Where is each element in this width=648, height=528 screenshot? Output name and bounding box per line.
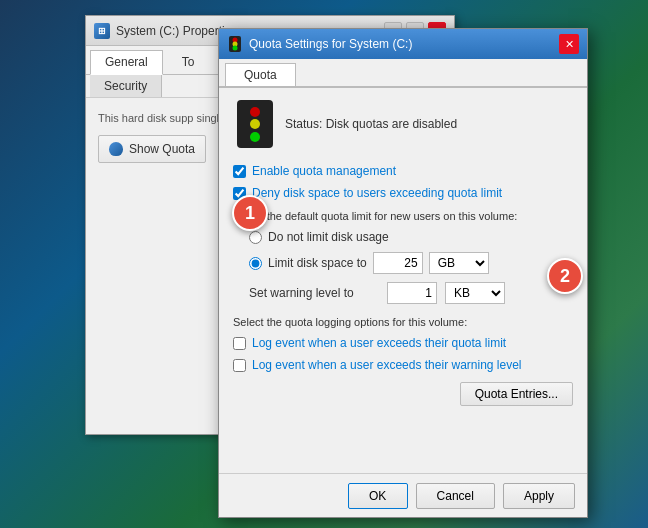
log-section-label: Select the quota logging options for thi… <box>233 316 573 328</box>
system-icon: ⊞ <box>94 23 110 39</box>
status-text: Status: Disk quotas are disabled <box>285 117 457 131</box>
warning-unit-select[interactable]: KB MB GB <box>445 282 505 304</box>
step1-badge: 1 <box>232 195 268 231</box>
no-limit-radio[interactable] <box>249 231 262 244</box>
tab-to[interactable]: To <box>167 50 210 74</box>
deny-disk-label[interactable]: Deny disk space to users exceeding quota… <box>252 186 502 200</box>
enable-quota-row: Enable quota management <box>233 164 573 178</box>
log-warning-row: Log event when a user exceeds their warn… <box>233 358 573 372</box>
ok-button[interactable]: OK <box>348 483 408 509</box>
quota-settings-dialog: Quota Settings for System (C:) ✕ Quota S… <box>218 28 588 518</box>
cancel-button[interactable]: Cancel <box>416 483 495 509</box>
traffic-light-icon <box>237 100 273 148</box>
tab-general[interactable]: General <box>90 50 163 75</box>
step2-badge: 2 <box>547 258 583 294</box>
limit-row: Limit disk space to GB MB KB TB <box>249 252 573 274</box>
log-warning-checkbox[interactable] <box>233 359 246 372</box>
status-row: Status: Disk quotas are disabled <box>233 100 573 148</box>
no-limit-label[interactable]: Do not limit disk usage <box>268 230 389 244</box>
svg-point-3 <box>233 46 238 51</box>
modal-title: Quota Settings for System (C:) <box>249 37 553 51</box>
log-quota-label[interactable]: Log event when a user exceeds their quot… <box>252 336 506 350</box>
quota-section-label: Select the default quota limit for new u… <box>233 210 573 222</box>
quota-title-icon <box>227 36 243 52</box>
enable-quota-label[interactable]: Enable quota management <box>252 164 396 178</box>
show-quota-button[interactable]: Show Quota <box>98 135 206 163</box>
modal-footer: OK Cancel Apply <box>219 473 587 517</box>
warning-label: Set warning level to <box>249 286 379 300</box>
limit-label[interactable]: Limit disk space to <box>268 256 367 270</box>
deny-disk-row: Deny disk space to users exceeding quota… <box>233 186 573 200</box>
no-limit-row: Do not limit disk usage <box>249 230 573 244</box>
log-warning-label[interactable]: Log event when a user exceeds their warn… <box>252 358 522 372</box>
warning-value-input[interactable] <box>387 282 437 304</box>
tab-quota[interactable]: Quota <box>225 63 296 86</box>
red-light <box>250 107 260 117</box>
modal-tabs: Quota <box>219 59 587 88</box>
modal-titlebar: Quota Settings for System (C:) ✕ <box>219 29 587 59</box>
yellow-light <box>250 119 260 129</box>
warning-row: Set warning level to KB MB GB <box>249 282 573 304</box>
green-light <box>250 132 260 142</box>
apply-button[interactable]: Apply <box>503 483 575 509</box>
shield-icon <box>109 142 123 156</box>
log-quota-row: Log event when a user exceeds their quot… <box>233 336 573 350</box>
quota-entries-button[interactable]: Quota Entries... <box>460 382 573 406</box>
modal-content: Status: Disk quotas are disabled Enable … <box>219 88 587 418</box>
show-quota-label: Show Quota <box>129 140 195 158</box>
limit-unit-select[interactable]: GB MB KB TB <box>429 252 489 274</box>
limit-value-input[interactable] <box>373 252 423 274</box>
enable-quota-checkbox[interactable] <box>233 165 246 178</box>
limit-radio[interactable] <box>249 257 262 270</box>
tab-security[interactable]: Security <box>90 75 162 97</box>
log-quota-checkbox[interactable] <box>233 337 246 350</box>
modal-close-button[interactable]: ✕ <box>559 34 579 54</box>
